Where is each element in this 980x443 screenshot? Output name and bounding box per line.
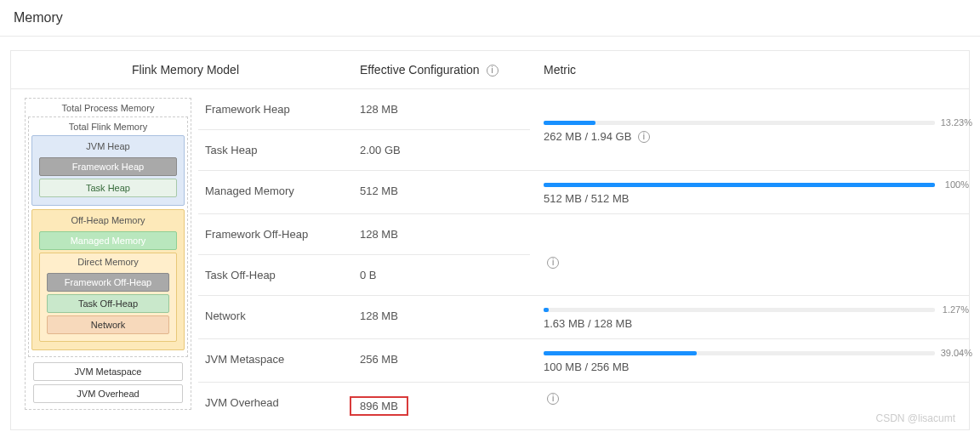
- row-network-label: Network: [198, 296, 360, 338]
- diagram-total-process: Total Process Memory: [28, 101, 188, 116]
- metric-text: 1.63 MB / 128 MB: [544, 317, 935, 330]
- diagram-off-heap: Off-Heap Memory Managed Memory Direct Me…: [31, 209, 185, 350]
- row-metaspace: JVM Metaspace 256 MB 39.04% 100 MB / 256…: [198, 339, 969, 383]
- memory-table: Framework Heap 128 MB Task Heap 2.00 GB …: [198, 89, 969, 429]
- row-task-heap-label: Task Heap: [198, 130, 360, 170]
- row-overhead-config: 896 MB: [360, 383, 530, 429]
- metric-text: 100 MB / 256 MB: [544, 361, 935, 373]
- diagram-task-off-heap: Task Off-Heap: [47, 294, 169, 313]
- row-metaspace-config: 256 MB: [360, 339, 530, 382]
- divider: [0, 36, 980, 37]
- diagram-direct-title: Direct Memory: [43, 255, 173, 270]
- watermark: CSDN @lisacumt: [875, 412, 955, 424]
- progress-percent: 100%: [945, 179, 969, 190]
- diagram-direct-memory: Direct Memory Framework Off-Heap Task Of…: [39, 253, 177, 342]
- diagram-jvm-overhead: JVM Overhead: [33, 384, 183, 403]
- progress-percent: 13.23%: [941, 117, 972, 128]
- row-network-metric: 1.27% 1.63 MB / 128 MB: [530, 296, 969, 338]
- row-overhead: JVM Overhead 896 MB i CSDN @lisacumt: [198, 383, 969, 429]
- metric-text: 512 MB / 512 MB: [544, 192, 935, 205]
- diagram-managed-memory: Managed Memory: [39, 231, 177, 250]
- row-framework-offheap-label: Framework Off-Heap: [198, 214, 360, 254]
- progress-fill: [544, 183, 935, 187]
- info-icon[interactable]: i: [487, 65, 499, 77]
- progress-percent: 39.04%: [941, 348, 972, 358]
- info-icon[interactable]: i: [547, 257, 559, 269]
- row-task-offheap-label: Task Off-Heap: [198, 255, 360, 295]
- header-model: Flink Memory Model: [11, 51, 360, 88]
- row-overhead-label: JVM Overhead: [198, 383, 360, 429]
- page-title: Memory: [0, 0, 980, 36]
- header-metric: Metric: [530, 51, 969, 88]
- row-managed-label: Managed Memory: [198, 171, 360, 213]
- row-network: Network 128 MB 1.27% 1.63 MB / 128 MB: [198, 296, 969, 339]
- header-config-label: Effective Configuration: [360, 63, 480, 77]
- row-managed: Managed Memory 512 MB 100% 512 MB / 512 …: [198, 171, 969, 214]
- progress-bar: 39.04%: [544, 351, 935, 355]
- row-offheap-metric: i: [530, 233, 969, 277]
- diagram-task-heap: Task Heap: [39, 179, 177, 197]
- row-task-offheap-config: 0 B: [360, 255, 530, 295]
- header-config: Effective Configuration i: [360, 51, 530, 88]
- progress-percent: 1.27%: [943, 304, 969, 315]
- row-network-config: 128 MB: [360, 296, 530, 338]
- metric-text: 262 MB / 1.94 GB: [544, 130, 631, 143]
- overhead-value-highlight: 896 MB: [350, 396, 408, 416]
- table-header-row: Flink Memory Model Effective Configurati…: [11, 51, 969, 89]
- row-framework-offheap-config: 128 MB: [360, 214, 530, 254]
- progress-fill: [544, 121, 595, 125]
- progress-bar: 1.27%: [544, 308, 935, 312]
- info-icon[interactable]: i: [547, 393, 559, 405]
- row-framework-heap-config: 128 MB: [360, 89, 530, 129]
- row-managed-metric: 100% 512 MB / 512 MB: [530, 171, 969, 213]
- diagram-framework-off-heap: Framework Off-Heap: [47, 273, 169, 292]
- row-framework-heap-label: Framework Heap: [198, 89, 360, 129]
- row-metaspace-label: JVM Metaspace: [198, 339, 360, 382]
- memory-card: Flink Memory Model Effective Configurati…: [10, 50, 970, 430]
- row-managed-config: 512 MB: [360, 171, 530, 213]
- info-icon[interactable]: i: [638, 131, 650, 143]
- row-task-heap-config: 2.00 GB: [360, 130, 530, 170]
- diagram-jvm-heap: JVM Heap Framework Heap Task Heap: [31, 135, 185, 206]
- diagram-jvm-heap-title: JVM Heap: [36, 139, 180, 155]
- diagram-off-heap-title: Off-Heap Memory: [36, 213, 180, 229]
- diagram-framework-heap: Framework Heap: [39, 157, 177, 176]
- diagram-total-flink: Total Flink Memory: [31, 120, 185, 135]
- diagram-network: Network: [47, 315, 169, 334]
- row-offheap-group: Framework Off-Heap 128 MB Task Off-Heap …: [198, 214, 969, 296]
- progress-fill: [544, 308, 549, 312]
- memory-diagram: Total Process Memory Total Flink Memory …: [11, 89, 198, 429]
- row-heap-metric: 13.23% 262 MB / 1.94 GB i: [530, 109, 969, 152]
- row-metaspace-metric: 39.04% 100 MB / 256 MB: [530, 339, 969, 382]
- row-heap-group: Framework Heap 128 MB Task Heap 2.00 GB …: [198, 89, 969, 171]
- progress-bar: 13.23%: [544, 121, 935, 125]
- progress-fill: [544, 351, 697, 355]
- diagram-jvm-metaspace: JVM Metaspace: [33, 362, 183, 381]
- progress-bar: 100%: [544, 183, 935, 187]
